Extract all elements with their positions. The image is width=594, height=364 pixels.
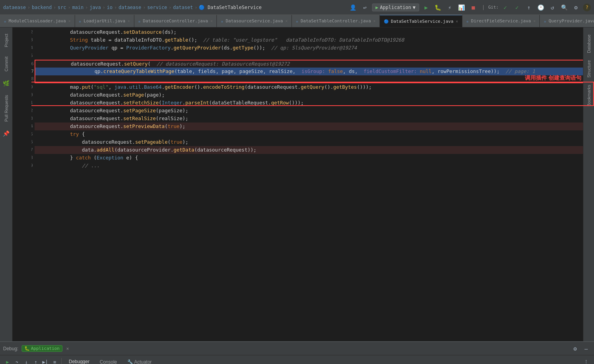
pull-requests-icon[interactable]: Pull Requests xyxy=(3,92,9,125)
toolbar-divider xyxy=(61,358,62,364)
breadcrumb-java[interactable]: java xyxy=(90,5,101,10)
debug-toolbar: ▶ ↷ ↓ ↑ ▶| ≡ Debugger Console 🔧 Actuator… xyxy=(0,355,594,364)
tab-directFieldService[interactable]: ☕ DirectFieldService.java × xyxy=(462,15,540,27)
stop-button[interactable]: ■ xyxy=(469,3,478,12)
resume-button[interactable]: ▶ xyxy=(3,358,12,364)
tab-datasourceService[interactable]: ☕ DatasourceService.java × xyxy=(217,15,292,27)
git-icon[interactable]: 🌿 xyxy=(1,78,12,89)
coverage-button[interactable]: ⚡ xyxy=(445,3,455,12)
main-area: Project Commit 🌿 Pull Requests 📌 调用插件 创建… xyxy=(0,27,594,341)
code-line-635: 635 try { xyxy=(35,130,591,138)
run-button[interactable]: ▶ xyxy=(422,3,431,12)
toolbar-right: 👤 ↩ ▶ Application ▼ ▶ 🐛 ⚡ 📊 ■ | Git: ✓ ✓… xyxy=(348,3,591,12)
code-line-632: 632 datasourceRequest.setPageSize(pageSi… xyxy=(35,107,591,115)
code-line-636: 636 △ datasourceRequest.setPageable(true… xyxy=(35,138,591,146)
vcs-icon[interactable]: 👤 xyxy=(348,3,358,12)
help-button[interactable]: ? xyxy=(583,4,591,11)
debug-panel: Debug: 🐛 Application × ⚙ — ▶ ↷ ↓ ↑ ▶| ≡ … xyxy=(0,341,594,364)
code-line-630: 630 datasourceRequest.setPage(page); xyxy=(35,91,591,99)
debug-tab-console[interactable]: Console xyxy=(95,358,122,364)
debug-run-button[interactable]: 🐛 xyxy=(433,3,443,12)
pin-icon[interactable]: 📌 xyxy=(1,128,12,139)
git-check2[interactable]: ✓ xyxy=(512,3,522,12)
tab-datasourceController[interactable]: ☕ DatasourceController.java × xyxy=(134,15,217,27)
top-toolbar: dataease › backend › src › main › java ›… xyxy=(0,0,594,15)
debug-header-actions: ⚙ — xyxy=(570,344,591,353)
code-line-637: 637 🔴 data.addAll(datasourceProvider.get… xyxy=(35,146,591,154)
git-check1[interactable]: ✓ xyxy=(500,3,510,12)
step-into-button[interactable]: ↓ xyxy=(22,358,31,364)
debug-header: Debug: 🐛 Application × ⚙ — xyxy=(0,342,594,355)
code-line-626: 626 datasourceRequest.setQuery( // datas… xyxy=(35,60,591,68)
left-sidebar: Project Commit 🌿 Pull Requests 📌 xyxy=(0,27,13,341)
code-editor: 调用插件 创建查询语句 622 datasourceRequest.setDat… xyxy=(13,27,594,341)
code-line-628: 628 xyxy=(35,75,591,83)
tab-dataSetTableService[interactable]: 🔵 DataSetTableService.java × xyxy=(380,15,462,27)
run-cursor-button[interactable]: ▶| xyxy=(41,358,50,364)
evaluate-button[interactable]: ≡ xyxy=(50,358,59,364)
code-line-639: 639 // ... xyxy=(35,162,591,170)
tab-loadjarUtil[interactable]: ☕ LoadjarUtil.java × xyxy=(75,15,134,27)
more-tools-button[interactable]: ⋮ xyxy=(581,357,591,364)
breadcrumb-main[interactable]: main xyxy=(72,5,84,10)
debug-more-tools: ⋮ xyxy=(581,357,591,364)
debug-tab-actuator[interactable]: 🔧 Actuator xyxy=(123,358,156,364)
project-sidebar-icon[interactable]: Project xyxy=(3,31,9,50)
breadcrumb-service[interactable]: service xyxy=(147,5,167,10)
run-config-label: Application xyxy=(380,5,411,10)
tab-queryProvider[interactable]: ☕ QueryProvider.java × xyxy=(540,15,594,27)
breadcrumb-dataset[interactable]: dataset xyxy=(173,5,193,10)
code-line-625: 625 xyxy=(35,52,591,60)
commit-sidebar-icon[interactable]: Commit xyxy=(3,53,9,75)
git-history[interactable]: 🕐 xyxy=(536,3,545,12)
git-label: Git: xyxy=(489,3,498,12)
debug-tab-debugger[interactable]: Debugger xyxy=(64,357,94,364)
breadcrumb-dataease2[interactable]: dataease xyxy=(119,5,141,10)
git-undo[interactable]: ↺ xyxy=(548,3,557,12)
code-line-624: 624 QueryProvider qp = ProviderFactory.g… xyxy=(35,44,591,52)
code-line-623: 623 String table = dataTableInfoDTO.getT… xyxy=(35,36,591,44)
debug-title-label: Debug: xyxy=(3,346,18,351)
editor-tabs: ☕ ModuleClassLoader.java × ☕ LoadjarUtil… xyxy=(0,15,594,27)
structure-sidebar-icon[interactable]: Structure xyxy=(586,57,592,81)
code-line-634: 634 🔴 datasourceRequest.setPreviewData(t… xyxy=(35,123,591,130)
tab-moduleClassLoader[interactable]: ☕ ModuleClassLoader.java × xyxy=(0,15,75,27)
arrow-icon[interactable]: ↩ xyxy=(360,3,370,12)
breadcrumb-io[interactable]: io xyxy=(107,5,112,10)
breadcrumb-src[interactable]: src xyxy=(58,5,66,10)
step-out-button[interactable]: ↑ xyxy=(31,358,40,364)
breadcrumb-dataease[interactable]: dataease xyxy=(3,5,26,10)
profile-button[interactable]: 📊 xyxy=(457,3,466,12)
code-line-622: 622 datasourceRequest.setDatasource(ds); xyxy=(35,28,591,36)
breadcrumb-file[interactable]: 🔵 DataSetTableService xyxy=(199,5,262,10)
search-button[interactable]: 🔍 xyxy=(559,3,569,12)
settings-button[interactable]: ⚙ xyxy=(571,3,581,12)
code-line-627: 627 🔴 qp.createQueryTableWithPage(table,… xyxy=(35,68,591,75)
breadcrumb: dataease › backend › src › main › java ›… xyxy=(3,5,262,10)
step-over-button[interactable]: ↷ xyxy=(13,358,21,364)
code-line-633: 633 datasourceRequest.setRealSize(realSi… xyxy=(35,115,591,123)
debug-app-badge[interactable]: 🐛 Application xyxy=(22,345,62,352)
code-line-638: 638 } catch (Exception e) { xyxy=(35,154,591,162)
bookmarks-sidebar-icon[interactable]: Bookmarks xyxy=(586,82,592,110)
run-config-selector[interactable]: ▶ Application ▼ xyxy=(372,4,419,11)
git-push[interactable]: ↑ xyxy=(524,3,534,12)
debug-app-name: Application xyxy=(31,346,60,351)
code-content: 调用插件 创建查询语句 622 datasourceRequest.setDat… xyxy=(31,27,594,341)
debug-close-icon[interactable]: × xyxy=(66,346,69,351)
debug-minimize-button[interactable]: — xyxy=(581,344,591,353)
breadcrumb-backend[interactable]: backend xyxy=(32,5,52,10)
debug-settings-button[interactable]: ⚙ xyxy=(570,344,580,353)
code-line-629: 629 map.put("sql", java.util.Base64.getE… xyxy=(35,83,591,91)
code-line-631: 631 datasourceRequest.setFetchSize(Integ… xyxy=(35,99,591,107)
editor-right-sidebar: Database Structure Bookmarks xyxy=(583,27,594,341)
tab-dataSetTableController[interactable]: ☕ DataSetTableController.java × xyxy=(292,15,380,27)
database-sidebar-icon[interactable]: Database xyxy=(586,31,592,56)
